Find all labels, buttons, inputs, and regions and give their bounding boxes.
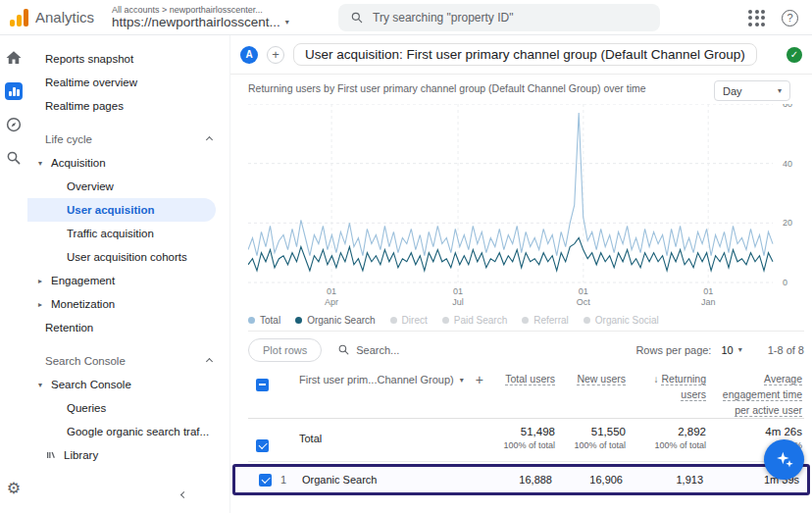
- analytics-logo[interactable]: Analytics: [0, 9, 106, 26]
- sidebar-item-label: Library: [64, 449, 98, 461]
- new-users-sub: 100% of total: [555, 440, 626, 450]
- library-icon: [45, 449, 57, 461]
- column-header-avg-engagement[interactable]: Average engagement time per active user: [723, 373, 802, 417]
- add-comparison-button[interactable]: +: [267, 46, 284, 64]
- table-total-row: Total 51,498 100% of total 51,550 100% o…: [248, 419, 804, 461]
- svg-text:20: 20: [783, 218, 792, 228]
- sidebar-item-realtime-pages[interactable]: Realtime pages: [27, 94, 229, 118]
- legend-item-paid-search[interactable]: Paid Search: [442, 315, 507, 326]
- sidebar-item-queries[interactable]: Queries: [27, 396, 229, 420]
- dimension-selector[interactable]: First user prim...Channel Group): [299, 374, 454, 385]
- sidebar-item-label: Realtime pages: [45, 100, 124, 112]
- account-switcher[interactable]: All accounts > newporthairlosscenter... …: [112, 5, 289, 30]
- legend-label: Total: [260, 315, 280, 326]
- legend-item-referral[interactable]: Referral: [522, 315, 569, 326]
- svg-text:01: 01: [453, 286, 463, 296]
- chevron-down-icon: ▾: [285, 18, 289, 26]
- sidebar-item-label: Google organic search traf...: [67, 426, 209, 437]
- sidebar-item-overview[interactable]: Overview: [27, 175, 229, 198]
- sidebar-item-label: Overview: [67, 180, 114, 192]
- caret-collapsed-icon[interactable]: ▸: [38, 300, 51, 309]
- apps-grid-icon[interactable]: [748, 10, 765, 26]
- chevron-up-icon[interactable]: [206, 357, 213, 364]
- svg-text:01: 01: [579, 286, 588, 296]
- reports-nav-icon[interactable]: [4, 81, 24, 101]
- pagination-range: 1-8 of 8: [768, 344, 804, 356]
- rows-per-page-value: 10: [721, 344, 733, 356]
- total-row-checkbox[interactable]: [256, 439, 269, 452]
- line-chart: 020406001Apr01Jul01Oct01Jan: [248, 104, 812, 312]
- granularity-select[interactable]: Day ▾: [714, 80, 790, 101]
- table-search[interactable]: Search...: [337, 343, 399, 356]
- search-placeholder: Try searching "property ID": [373, 11, 513, 25]
- legend-label: Paid Search: [454, 315, 507, 326]
- caret-collapsed-icon[interactable]: ▸: [38, 277, 51, 285]
- help-icon[interactable]: ?: [782, 10, 798, 26]
- sidebar-item-search-console[interactable]: ▾Search Console: [27, 373, 229, 396]
- channel-name: Organic Search: [302, 474, 377, 486]
- table-row-organic-search[interactable]: 1 Organic Search 16,888 16,906 1,913 1m …: [251, 467, 801, 492]
- sidebar-item-realtime-overview[interactable]: Realtime overview: [27, 71, 229, 94]
- cell-total-users: 16,888: [464, 474, 552, 486]
- total-users-value: 51,498: [467, 426, 555, 437]
- sidebar-item-google-organic-search-traf[interactable]: Google organic search traf...: [27, 420, 229, 443]
- legend-dot-icon: [522, 317, 529, 324]
- main-content: A + User acquisition: First user primary…: [230, 35, 812, 513]
- caret-expanded-icon[interactable]: ▾: [38, 159, 51, 168]
- sidebar-item-reports-snapshot[interactable]: Reports snapshot: [27, 47, 229, 71]
- sidebar-item-engagement[interactable]: ▸Engagement: [27, 269, 229, 292]
- granularity-value: Day: [723, 85, 742, 97]
- sidebar-item-retention[interactable]: Retention: [27, 316, 229, 339]
- highlight-annotation: 1 Organic Search 16,888 16,906 1,913 1m …: [232, 464, 810, 495]
- sidebar-item-search-console[interactable]: Search Console: [27, 349, 229, 373]
- chevron-up-icon[interactable]: [206, 135, 213, 142]
- advertising-nav-icon[interactable]: [4, 148, 24, 168]
- sidebar-item-user-acquisition-cohorts[interactable]: User acquisition cohorts: [27, 245, 229, 269]
- header-icons: ?: [748, 0, 798, 35]
- row-checkbox[interactable]: [259, 474, 272, 487]
- svg-text:01: 01: [327, 286, 336, 296]
- chevron-left-icon: [179, 490, 186, 497]
- report-title-text: User acquisition: First user primary cha…: [305, 47, 745, 62]
- svg-text:Jan: Jan: [701, 297, 716, 307]
- rows-per-page-select[interactable]: 10 ▾: [721, 344, 741, 356]
- sidebar-item-traffic-acquisition[interactable]: Traffic acquisition: [27, 222, 229, 245]
- home-nav-icon[interactable]: [4, 48, 24, 68]
- legend-dot-icon: [584, 317, 590, 324]
- checkmark-badge: ✓: [787, 47, 802, 63]
- analytics-logo-icon: [10, 9, 28, 26]
- sidebar-item-label: Search Console: [51, 379, 131, 390]
- column-header-new-users[interactable]: New users: [577, 373, 626, 385]
- search-icon: [350, 11, 364, 25]
- sidebar-item-user-acquisition[interactable]: User acquisition: [27, 198, 216, 222]
- column-header-returning-users[interactable]: Returning users: [661, 373, 706, 401]
- legend-item-direct[interactable]: Direct: [390, 315, 428, 326]
- plot-rows-button[interactable]: Plot rows: [248, 338, 322, 362]
- legend-dot-icon: [295, 317, 302, 324]
- sidebar-nav: Reports snapshotRealtime overviewRealtim…: [27, 47, 229, 467]
- select-all-checkbox[interactable]: [256, 379, 269, 391]
- legend-item-organic-social[interactable]: Organic Social: [584, 315, 659, 326]
- avg-engagement-value: 4m 26s: [706, 426, 802, 437]
- sidebar-item-label: Search Console: [45, 355, 126, 367]
- legend-dot-icon: [390, 317, 397, 324]
- sidebar-item-life-cycle[interactable]: Life cycle: [27, 128, 229, 151]
- header-search[interactable]: Try searching "property ID": [338, 4, 660, 31]
- insights-fab[interactable]: [764, 439, 804, 480]
- collapse-sidebar-button[interactable]: [173, 484, 194, 505]
- explore-nav-icon[interactable]: [4, 115, 24, 134]
- returning-users-sub: 100% of total: [626, 440, 706, 450]
- analytics-logo-text: Analytics: [35, 9, 94, 26]
- column-header-total-users[interactable]: Total users: [505, 373, 555, 385]
- report-title-bar: A + User acquisition: First user primary…: [230, 35, 812, 75]
- caret-expanded-icon[interactable]: ▾: [38, 381, 51, 389]
- legend-item-organic-search[interactable]: Organic Search: [295, 315, 375, 326]
- legend-item-total[interactable]: Total: [248, 315, 280, 326]
- sidebar-item-acquisition[interactable]: ▾Acquisition: [27, 151, 229, 175]
- comparison-avatar[interactable]: A: [240, 46, 258, 64]
- property-name: https://newporthairlosscent...: [112, 15, 280, 30]
- admin-gear-icon[interactable]: ⚙: [7, 479, 21, 497]
- sidebar-item-monetization[interactable]: ▸Monetization: [27, 292, 229, 316]
- sidebar-item-library[interactable]: Library: [27, 443, 229, 467]
- report-title[interactable]: User acquisition: First user primary cha…: [293, 43, 757, 66]
